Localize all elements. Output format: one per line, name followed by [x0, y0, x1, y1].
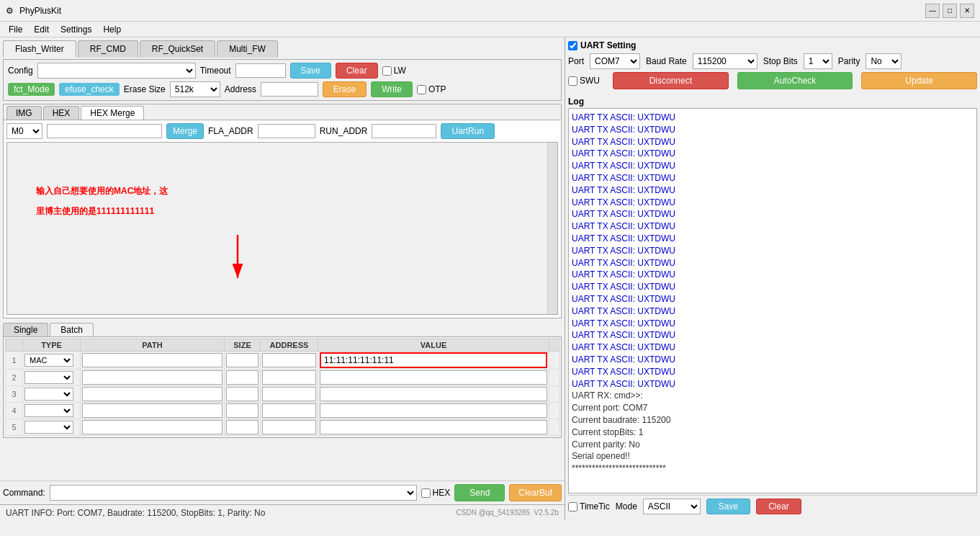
menu-settings[interactable]: Settings [55, 23, 97, 36]
path-input-3[interactable] [82, 387, 222, 401]
menu-help[interactable]: Help [97, 23, 127, 36]
log-line: UART TX ASCII: UXTDWU [572, 329, 974, 341]
erase-button[interactable]: Erase [323, 81, 367, 97]
save-button[interactable]: Save [290, 63, 331, 79]
mode-select-log[interactable]: ASCII [643, 499, 701, 514]
mode-select[interactable]: M0 [6, 123, 42, 139]
stop-select[interactable]: 1 [804, 53, 832, 69]
clearbuf-button[interactable]: ClearBuf [509, 484, 562, 501]
clear-log-button[interactable]: Clear [756, 499, 801, 514]
type-select-5[interactable] [24, 421, 73, 434]
lw-checkbox[interactable] [382, 66, 392, 76]
maximize-button[interactable]: □ [943, 4, 957, 18]
size-input-1[interactable] [226, 353, 259, 367]
log-line: UART TX ASCII: UXTDWU [572, 341, 974, 354]
log-line: UART RX: cmd>>: [572, 390, 974, 402]
tab-hex[interactable]: HEX [43, 106, 80, 120]
uart-title-text: UART Setting [580, 40, 636, 50]
file-input[interactable]: 6252-COM_AT-V205.hexf [47, 124, 162, 138]
table-row: 1 MAC [6, 352, 559, 370]
log-line: Current baudrate: 115200 [572, 414, 974, 426]
uart-checkbox[interactable] [568, 41, 577, 50]
port-select[interactable]: COM7 [590, 53, 640, 69]
fla-addr-input[interactable]: 9000 [258, 124, 315, 138]
value-input-2[interactable] [320, 370, 547, 385]
tab-flash-writer[interactable]: Flash_Writer [3, 40, 76, 58]
scrollbar[interactable] [547, 143, 557, 314]
menu-edit[interactable]: Edit [28, 23, 55, 36]
col-header-type: TYPE [23, 339, 81, 352]
log-line: Current parity: No [572, 439, 974, 451]
hex-checkbox[interactable] [421, 488, 431, 498]
path-input-5[interactable] [82, 420, 222, 434]
log-line: Current port: COM7 [572, 402, 974, 414]
uartrun-button[interactable]: UartRun [441, 123, 495, 139]
tab-batch[interactable]: Batch [50, 323, 94, 336]
run-addr-input[interactable]: 1FFF4000 [372, 124, 436, 138]
minimize-button[interactable]: — [925, 4, 940, 18]
swu-checkbox[interactable] [568, 76, 577, 86]
type-select-1[interactable]: MAC [24, 354, 73, 367]
batch-section: Single Batch TYPE PATH SIZE ADDRESS VALU… [3, 323, 562, 478]
tab-rf-cmd[interactable]: RF_CMD [78, 40, 138, 58]
timetic-label: TimeTic [580, 501, 610, 512]
size-input-3[interactable] [226, 387, 259, 401]
close-button[interactable]: ✕ [960, 4, 974, 18]
table-row: 5 [6, 419, 559, 436]
log-line: UART TX ASCII: UXTDWU [572, 148, 974, 160]
tab-rf-quickset[interactable]: RF_QuickSet [140, 40, 215, 58]
config-section: Config Timeout 4000 Save Clear LW fct_Mo… [3, 59, 562, 101]
value-input-4[interactable] [320, 403, 547, 418]
type-select-2[interactable] [24, 371, 73, 384]
path-input-2[interactable] [82, 370, 222, 385]
run-addr-label: RUN_ADDR [320, 126, 368, 136]
value-input-5[interactable] [320, 420, 547, 434]
address-input-3[interactable] [262, 387, 316, 401]
address-input[interactable] [261, 82, 318, 97]
type-select-3[interactable] [24, 388, 73, 401]
save-log-button[interactable]: Save [706, 499, 750, 514]
path-input-4[interactable] [82, 403, 222, 418]
size-input-4[interactable] [226, 403, 259, 418]
command-input[interactable] [50, 485, 417, 501]
tab-img[interactable]: IMG [6, 106, 42, 120]
config-select[interactable] [37, 63, 196, 79]
address-input-4[interactable] [262, 403, 316, 418]
tab-hex-merge[interactable]: HEX Merge [81, 106, 144, 120]
timetic-checkbox[interactable] [568, 502, 577, 512]
merge-button[interactable]: Merge [166, 123, 204, 139]
path-input-1[interactable] [82, 353, 222, 367]
size-input-2[interactable] [226, 370, 259, 385]
port-label: Port [568, 56, 584, 66]
menu-bar: File Edit Settings Help [0, 22, 980, 37]
type-select-4[interactable] [24, 404, 73, 417]
size-input-5[interactable] [226, 420, 259, 434]
update-button[interactable]: Update [861, 72, 977, 89]
log-area[interactable]: UART TX ASCII: UXTDWU UART TX ASCII: UXT… [568, 108, 977, 493]
send-button[interactable]: Send [454, 484, 505, 501]
autocheck-button[interactable]: AutoCheck [737, 72, 853, 89]
main-tab-bar: Flash_Writer RF_CMD RF_QuickSet Multi_FW [0, 37, 565, 58]
hex-section: IMG HEX HEX Merge M0 6252-COM_AT-V205.he… [3, 104, 562, 318]
tab-single[interactable]: Single [3, 323, 48, 336]
erase-size-select[interactable]: 512k [170, 81, 220, 97]
tab-multi-fw[interactable]: Multi_FW [217, 40, 278, 58]
address-input-1[interactable] [262, 353, 316, 367]
write-button[interactable]: Write [371, 81, 413, 97]
menu-file[interactable]: File [3, 23, 28, 36]
address-input-2[interactable] [262, 370, 316, 385]
baud-select[interactable]: 115200 [693, 53, 758, 69]
otp-checkbox[interactable] [417, 85, 426, 94]
value-input-1[interactable] [320, 352, 547, 368]
address-input-5[interactable] [262, 420, 316, 434]
fct-mode-badge: fct_Mode [8, 83, 55, 96]
timeout-input[interactable]: 4000 [235, 63, 286, 78]
clear-button[interactable]: Clear [336, 63, 378, 79]
log-line: UART TX ASCII: UXTDWU [572, 354, 974, 366]
disconnect-button[interactable]: Disconnect [613, 72, 729, 89]
log-line: UART TX ASCII: UXTDWU [572, 112, 974, 124]
status-bar: UART INFO: Port: COM7, Baudrate: 115200,… [0, 504, 565, 520]
parity-select[interactable]: No [866, 53, 902, 69]
value-input-3[interactable] [320, 387, 547, 401]
config-label: Config [8, 66, 33, 76]
